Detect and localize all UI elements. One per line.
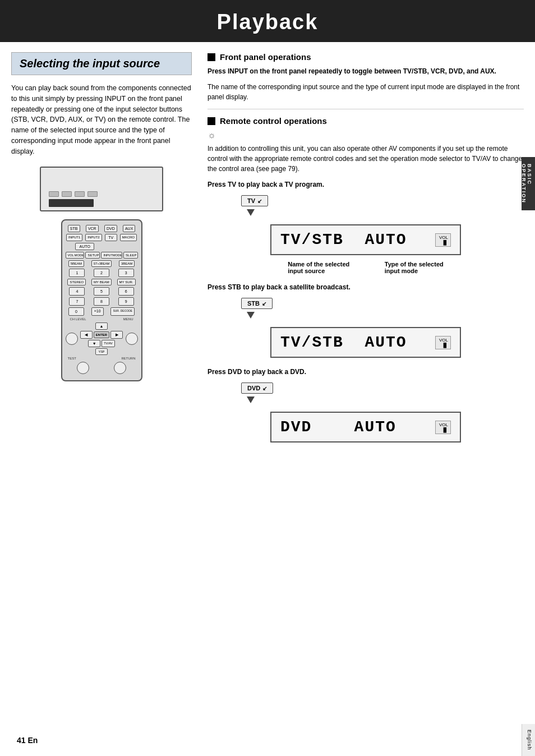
remote-2-key[interactable]: 2 [94, 269, 109, 277]
remote-row-4: VOL MODE SETUP INPUTMODE SLEEP [66, 252, 138, 259]
cursor-mark-tv: ↙ [257, 198, 262, 204]
sidebar-basic-operation: BASICOPERATION [522, 157, 535, 210]
remote-inputmode-key[interactable]: INPUTMODE [101, 252, 122, 259]
remote-row-2: INPUT1 INPUT2 TV MACRO [66, 234, 138, 241]
menu-label: MENU [123, 317, 133, 321]
av-receiver-image [40, 167, 163, 211]
av-btn-2 [62, 191, 72, 197]
remote-volmode-key[interactable]: VOL MODE [66, 252, 85, 259]
remote-macro-key[interactable]: MACRO [120, 234, 137, 241]
remote-8-key[interactable]: 8 [94, 297, 109, 306]
section-title: Selecting the input source [20, 57, 183, 70]
main-content: Selecting the input source You can play … [0, 52, 535, 448]
tv-input-button[interactable]: TV ↙ [241, 195, 268, 206]
remote-chlevel-circle[interactable] [66, 333, 78, 345]
remote-row-8: 4 5 6 [66, 287, 138, 296]
remote-row-7: STEREO MY BEAM MY SUR. [66, 279, 138, 285]
tv-button-group: TV ↙ [241, 195, 524, 219]
remote-input2-key[interactable]: INPUT2 [85, 234, 102, 241]
remote-enter-key[interactable]: ENTER [94, 331, 109, 338]
stb-button-group: STB ↙ [241, 298, 524, 321]
left-column: Selecting the input source You can play … [11, 52, 202, 448]
stb-button-label: STB [247, 300, 260, 307]
remote-0-key[interactable]: 0 [68, 307, 84, 316]
note-symbol: ☼ [207, 130, 524, 140]
test-label: TEST [68, 357, 76, 360]
page-header: Playback [0, 0, 535, 42]
remote-3-key[interactable]: 3 [118, 269, 134, 277]
remote-5-key[interactable]: 5 [94, 287, 109, 296]
remote-1-key[interactable]: 1 [69, 269, 85, 277]
dvd-button-group: DVD ↙ [241, 382, 524, 406]
ch-level-label: CH LEVEL [70, 317, 86, 321]
remote-sleep-key[interactable]: SLEEP [123, 252, 137, 259]
remote-lr-row: ◀ ENTER ▶ [80, 331, 123, 339]
remote-3beam-key[interactable]: 3BEAM [119, 260, 135, 267]
remote-right-key[interactable]: ▶ [110, 331, 123, 339]
remote-st3beam-key[interactable]: ST+3BEAM [91, 260, 112, 267]
remote-mysur-key[interactable]: MY SUR. [117, 279, 136, 285]
dvd-press-heading: Press DVD to play back a DVD. [207, 367, 524, 377]
tv-display-text: TV/STB AUTO [280, 231, 407, 248]
av-btn-1 [49, 191, 59, 197]
remote-auto-key[interactable]: AUTO [75, 243, 94, 250]
remote-tvav-key[interactable]: TV/AV [102, 340, 115, 347]
av-buttons-row [49, 191, 159, 197]
language-tab: English [522, 724, 535, 756]
av-receiver-front [41, 168, 162, 210]
remote-test-circle[interactable] [77, 362, 89, 374]
remote-return-circle[interactable] [114, 362, 126, 374]
remote-aux-key[interactable]: AUX [123, 225, 135, 232]
remote-vcr-key[interactable]: VCR [86, 225, 99, 232]
remote-ysp-key[interactable]: YSP [95, 348, 108, 355]
tv-press-heading: Press TV to play back a TV program. [207, 179, 524, 190]
remote-mybeam-key[interactable]: MY BEAM [91, 279, 112, 285]
page-title: Playback [0, 10, 535, 34]
remote-tv-key[interactable]: TV [105, 234, 117, 241]
remote-row-1: STB VCR DVD AUX [66, 225, 138, 232]
remote-4-key[interactable]: 4 [69, 287, 85, 296]
remote-dvd-key[interactable]: DVD [104, 225, 117, 232]
dvd-button-label: DVD [247, 385, 260, 391]
remote-row-10: 0 +10 SUR. DECODE [66, 307, 138, 316]
remote-bottom-circles [66, 362, 138, 374]
divider-1 [207, 109, 524, 109]
remote-7-key[interactable]: 7 [69, 297, 85, 306]
remote-row-5: 5BEAM ST+3BEAM 3BEAM [66, 260, 138, 267]
remote-down-tvav-row: ▼ TV/AV [88, 340, 115, 347]
remote-left-key[interactable]: ◀ [80, 331, 93, 339]
remote-stb-key[interactable]: STB [68, 225, 80, 232]
bullet-icon-2 [207, 117, 215, 125]
remote-row-3: AUTO [66, 243, 138, 250]
tv-display-panel: TV/STB AUTO VOL ▐▌ [270, 224, 461, 255]
remote-setup-key[interactable]: SETUP [85, 252, 100, 259]
section-title-box: Selecting the input source [11, 52, 192, 75]
intro-text: You can play back sound from the compone… [11, 83, 192, 156]
remote-9-key[interactable]: 9 [118, 297, 134, 306]
remote-nav-row: ▲ ◀ ENTER ▶ ▼ TV/AV YSP [66, 322, 138, 355]
remote-ysp-row: YSP [95, 348, 108, 355]
remote-menu-circle[interactable] [126, 333, 138, 345]
stb-input-button[interactable]: STB ↙ [241, 298, 273, 309]
remote-stereo-key[interactable]: STEREO [67, 279, 86, 285]
remote-6-key[interactable]: 6 [118, 287, 134, 296]
remote-surdecode-key[interactable]: SUR. DECODE [110, 307, 135, 316]
dvd-vol-indicator: VOL ▐▌ [435, 421, 451, 434]
tv-label-right: Type of the selectedinput mode [385, 261, 444, 274]
av-btn-4 [87, 191, 98, 197]
remote-input1-key[interactable]: INPUT1 [66, 234, 82, 241]
dvd-input-button[interactable]: DVD ↙ [241, 382, 273, 394]
remote-row-9: 7 8 9 [66, 297, 138, 306]
return-label: RETURN [122, 357, 136, 360]
remote-plus10-key[interactable]: +10 [91, 307, 104, 316]
remote-down-key[interactable]: ▼ [88, 340, 100, 347]
av-btn-3 [75, 191, 85, 197]
tv-display-labels: Name of the selectedinput source Type of… [270, 261, 461, 274]
front-panel-title: Front panel operations [220, 52, 311, 62]
tv-button-label: TV [247, 197, 255, 204]
tv-vol-indicator: VOL ▐▌ [435, 233, 451, 247]
remote-5beam-key[interactable]: 5BEAM [68, 260, 84, 267]
remote-title: Remote control operations [220, 116, 327, 126]
remote-up-key[interactable]: ▲ [95, 322, 108, 330]
stb-display-panel: TV/STB AUTO VOL ▐▌ [270, 327, 461, 358]
